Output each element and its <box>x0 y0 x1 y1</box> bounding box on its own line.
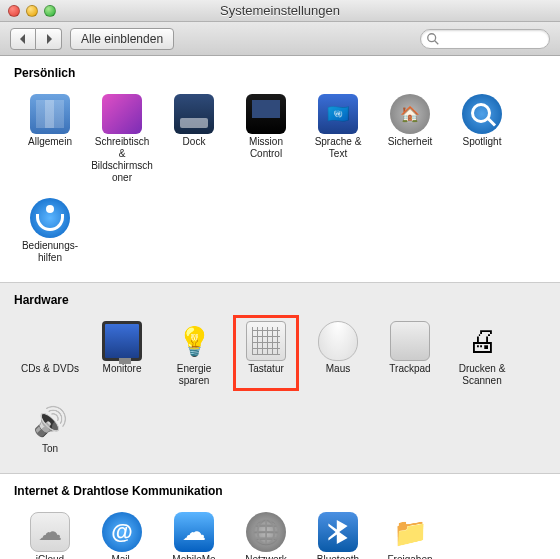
pref-icloud[interactable]: iCloud <box>17 506 83 559</box>
sound-label: Ton <box>42 443 58 455</box>
desktop-icon <box>102 94 142 134</box>
pref-security[interactable]: Sicherheit <box>377 88 443 188</box>
keyboard-icon <box>246 321 286 361</box>
mission-control-label: Mission Control <box>235 136 297 160</box>
back-button[interactable] <box>10 28 36 50</box>
pref-mission-control[interactable]: Mission Control <box>233 88 299 188</box>
minimize-window-button[interactable] <box>26 5 38 17</box>
forward-button[interactable] <box>36 28 62 50</box>
sharing-icon <box>390 512 430 552</box>
language-label: Sprache & Text <box>307 136 369 160</box>
titlebar: Systemeinstellungen <box>0 0 560 22</box>
pref-mail[interactable]: Mail, Kontakte & Kalender <box>89 506 155 559</box>
print-label: Drucken & Scannen <box>451 363 513 387</box>
pref-desktop[interactable]: Schreibtisch & Bildschirmschoner <box>89 88 155 188</box>
pref-sound[interactable]: Ton <box>17 395 83 459</box>
desktop-label: Schreibtisch & Bildschirmschoner <box>91 136 153 184</box>
cds-dvds-icon <box>30 321 70 361</box>
security-label: Sicherheit <box>388 136 432 148</box>
pref-language[interactable]: Sprache & Text <box>305 88 371 188</box>
section-title-hardware: Hardware <box>14 293 546 307</box>
security-icon <box>390 94 430 134</box>
displays-icon <box>102 321 142 361</box>
pref-mouse[interactable]: Maus <box>305 315 371 391</box>
spotlight-label: Spotlight <box>463 136 502 148</box>
pref-mobileme[interactable]: MobileMe <box>161 506 227 559</box>
nav-segment <box>10 28 62 50</box>
keyboard-label: Tastatur <box>248 363 284 375</box>
search-wrap <box>420 29 550 49</box>
pref-keyboard[interactable]: Tastatur <box>233 315 299 391</box>
mail-label: Mail, Kontakte & Kalender <box>91 554 153 559</box>
displays-label: Monitore <box>103 363 142 375</box>
search-icon <box>426 32 440 46</box>
spotlight-icon <box>462 94 502 134</box>
bluetooth-label: Bluetooth <box>317 554 359 559</box>
pref-energy[interactable]: Energie sparen <box>161 315 227 391</box>
pref-trackpad[interactable]: Trackpad <box>377 315 443 391</box>
bluetooth-icon <box>318 512 358 552</box>
general-label: Allgemein <box>28 136 72 148</box>
print-icon <box>462 321 502 361</box>
section-hardware: HardwareCDs & DVDsMonitoreEnergie sparen… <box>0 282 560 473</box>
window-controls <box>8 5 56 17</box>
pref-general[interactable]: Allgemein <box>17 88 83 188</box>
section-internet: Internet & Drahtlose KommunikationiCloud… <box>0 473 560 559</box>
section-title-internet: Internet & Drahtlose Kommunikation <box>14 484 546 498</box>
pref-print[interactable]: Drucken & Scannen <box>449 315 515 391</box>
pref-bluetooth[interactable]: Bluetooth <box>305 506 371 559</box>
pref-spotlight[interactable]: Spotlight <box>449 88 515 188</box>
mouse-label: Maus <box>326 363 350 375</box>
grid-personal: AllgemeinSchreibtisch & Bildschirmschone… <box>14 86 546 270</box>
mobileme-label: MobileMe <box>172 554 215 559</box>
close-window-button[interactable] <box>8 5 20 17</box>
accessibility-label: Bedienungs-hilfen <box>19 240 81 264</box>
window-title: Systemeinstellungen <box>0 3 560 18</box>
toolbar: Alle einblenden <box>0 22 560 56</box>
general-icon <box>30 94 70 134</box>
sharing-label: Freigaben <box>387 554 432 559</box>
svg-point-0 <box>428 33 436 41</box>
energy-label: Energie sparen <box>163 363 225 387</box>
show-all-button[interactable]: Alle einblenden <box>70 28 174 50</box>
zoom-window-button[interactable] <box>44 5 56 17</box>
cds-dvds-label: CDs & DVDs <box>21 363 79 375</box>
dock-icon <box>174 94 214 134</box>
grid-hardware: CDs & DVDsMonitoreEnergie sparenTastatur… <box>14 313 546 461</box>
language-icon <box>318 94 358 134</box>
svg-line-1 <box>435 40 439 44</box>
mail-icon <box>102 512 142 552</box>
grid-internet: iCloudMail, Kontakte & KalenderMobileMeN… <box>14 504 546 559</box>
dock-label: Dock <box>183 136 206 148</box>
section-personal: PersönlichAllgemeinSchreibtisch & Bildsc… <box>0 56 560 282</box>
mission-control-icon <box>246 94 286 134</box>
energy-icon <box>174 321 214 361</box>
icloud-label: iCloud <box>36 554 64 559</box>
section-title-personal: Persönlich <box>14 66 546 80</box>
pref-cds-dvds[interactable]: CDs & DVDs <box>17 315 83 391</box>
trackpad-icon <box>390 321 430 361</box>
pref-accessibility[interactable]: Bedienungs-hilfen <box>17 192 83 268</box>
network-label: Netzwerk <box>245 554 287 559</box>
mobileme-icon <box>174 512 214 552</box>
pref-displays[interactable]: Monitore <box>89 315 155 391</box>
accessibility-icon <box>30 198 70 238</box>
icloud-icon <box>30 512 70 552</box>
trackpad-label: Trackpad <box>389 363 430 375</box>
pref-sharing[interactable]: Freigaben <box>377 506 443 559</box>
sound-icon <box>30 401 70 441</box>
network-icon <box>246 512 286 552</box>
mouse-icon <box>318 321 358 361</box>
pref-dock[interactable]: Dock <box>161 88 227 188</box>
pref-network[interactable]: Netzwerk <box>233 506 299 559</box>
